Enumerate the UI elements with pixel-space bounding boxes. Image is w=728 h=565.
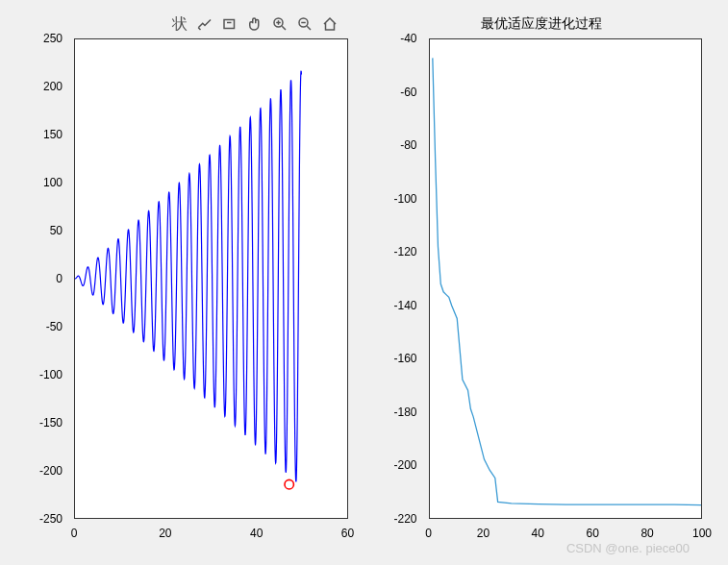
svg-rect-0 — [224, 20, 235, 29]
x-tick-label: 20 — [477, 527, 490, 540]
y-tick-label: 100 — [43, 176, 63, 189]
subplot-2: 最优适应度进化过程 -220-200-180-160-140-120-100-8… — [369, 10, 715, 555]
data-icon[interactable] — [219, 13, 240, 35]
y-tick-label: -200 — [39, 464, 63, 478]
y-tick-label: 250 — [43, 32, 63, 45]
y-tick-label: -100 — [39, 368, 63, 381]
y-tick-label: -140 — [393, 299, 416, 312]
plot-area-1[interactable] — [74, 38, 348, 519]
zoom-out-icon[interactable] — [294, 13, 315, 35]
x-tick-label: 60 — [341, 527, 354, 540]
y-tick-label: -150 — [39, 416, 63, 430]
y-tick-label: -160 — [393, 352, 416, 365]
y-tick-label: -40 — [400, 32, 416, 45]
plot-area-2[interactable] — [429, 38, 703, 519]
svg-line-3 — [282, 26, 286, 30]
y-tick-label: -220 — [393, 512, 416, 526]
svg-line-7 — [307, 26, 311, 30]
signal-line — [75, 71, 301, 482]
y-tick-label: 200 — [43, 80, 63, 93]
y-tick-label: 50 — [50, 224, 63, 237]
x-tick-label: 0 — [425, 527, 432, 540]
y-tick-label: -200 — [393, 458, 416, 472]
x-tick-label: 80 — [640, 527, 653, 540]
y-tick-label: -120 — [393, 245, 416, 258]
pan-icon[interactable] — [244, 13, 265, 35]
plot-title-2: 最优适应度进化过程 — [481, 15, 602, 33]
y-axis-1: -250-200-150-100-50050100150200250 — [14, 38, 70, 519]
home-icon[interactable] — [319, 13, 340, 35]
brush-icon[interactable] — [194, 13, 215, 35]
x-tick-label: 100 — [692, 527, 712, 540]
x-tick-label: 20 — [159, 527, 171, 540]
fitness-line — [432, 58, 701, 504]
figure-toolbar: 状 — [169, 13, 340, 35]
x-tick-label: 0 — [71, 527, 78, 540]
x-axis-1: 0204060 — [74, 523, 348, 555]
x-tick-label: 40 — [250, 527, 263, 540]
y-tick-label: -50 — [46, 320, 63, 333]
best-point-marker — [285, 479, 293, 489]
figure-container: 状 -250-200-150-100-50050100150200250 — [0, 0, 728, 565]
y-tick-label: -100 — [393, 192, 416, 206]
y-tick-label: 0 — [56, 272, 63, 285]
x-axis-2: 020406080100 — [429, 523, 703, 555]
x-tick-label: 60 — [587, 527, 599, 540]
y-tick-label: 150 — [43, 128, 63, 141]
y-tick-label: -250 — [39, 512, 63, 526]
y-tick-label: -60 — [400, 86, 416, 99]
zoom-in-icon[interactable] — [269, 13, 290, 35]
y-axis-2: -220-200-180-160-140-120-100-80-60-40 — [369, 38, 425, 519]
y-tick-label: -180 — [393, 405, 416, 419]
y-tick-label: -80 — [400, 138, 416, 152]
x-tick-label: 40 — [532, 527, 544, 540]
subplot-1: 状 -250-200-150-100-50050100150200250 — [14, 10, 360, 555]
tips-icon[interactable]: 状 — [169, 13, 190, 35]
